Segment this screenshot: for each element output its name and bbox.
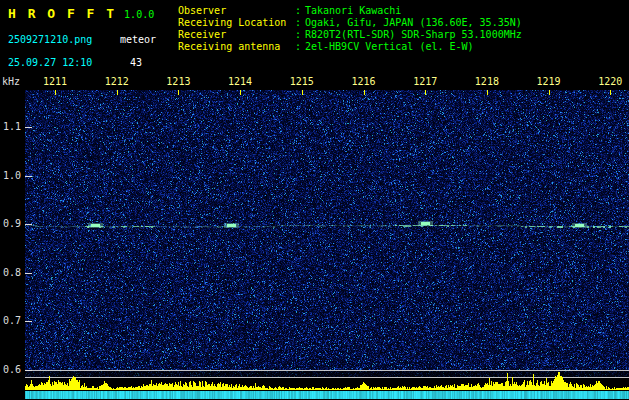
x-tick-label: 1215 bbox=[290, 76, 314, 87]
observation-active-band bbox=[25, 391, 629, 399]
signal-level-bar-graph bbox=[25, 372, 629, 390]
y-tick-label: 0.6 bbox=[0, 364, 21, 375]
y-tick-label: 0.7 bbox=[0, 315, 21, 326]
x-tick-label: 1216 bbox=[351, 76, 375, 87]
spectrogram-canvas bbox=[25, 90, 629, 378]
spectrogram-area: kHz 121112121213121412151216121712181219… bbox=[0, 0, 629, 400]
x-tick-label: 1214 bbox=[228, 76, 252, 87]
x-tick-label: 1213 bbox=[166, 76, 190, 87]
x-tick-label: 1212 bbox=[105, 76, 129, 87]
y-tick-label: 0.8 bbox=[0, 267, 21, 278]
x-tick-label: 1220 bbox=[598, 76, 622, 87]
y-axis-unit-label: kHz bbox=[2, 76, 20, 87]
y-tick-label: 0.9 bbox=[0, 218, 21, 229]
x-tick-label: 1217 bbox=[413, 76, 437, 87]
y-tick-label: 1.1 bbox=[0, 121, 21, 132]
hrofft-window: H R O F F T1.0.0 2509271210.pngmeteor 25… bbox=[0, 0, 629, 400]
x-tick-label: 1218 bbox=[475, 76, 499, 87]
x-tick-label: 1211 bbox=[43, 76, 67, 87]
x-tick-label: 1219 bbox=[537, 76, 561, 87]
y-tick-label: 1.0 bbox=[0, 170, 21, 181]
